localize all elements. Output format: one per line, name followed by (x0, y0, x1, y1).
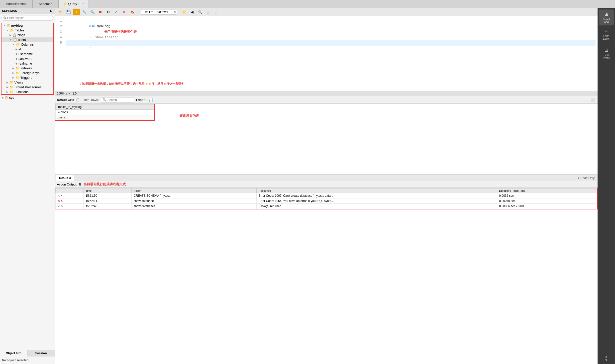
row5-response: Error Code: 1064. You have an error in y… (256, 198, 497, 204)
fn-folder-icon: 📁 (9, 90, 13, 94)
expand-blogs[interactable]: ▶ (58, 110, 60, 114)
tree-item-tables[interactable]: ▼ 📁 Tables (1, 28, 53, 33)
arrow-up-btn[interactable]: ▲ (605, 355, 608, 358)
tab-administration[interactable]: Administration (0, 0, 33, 8)
zoom-up-btn[interactable]: ▲ (65, 92, 68, 95)
columns-expand-icon: ▼ (12, 43, 15, 46)
sp-expand-icon: ▶ (6, 86, 8, 89)
right-panel: ⊞ ResultGrid ≡ FormEditor ⊡ FieldTypes ▲… (598, 8, 615, 364)
tab-query[interactable]: ⚡ Query 1 ✕ (59, 0, 89, 8)
result-cell-blogs: ▶ blogs (56, 110, 154, 115)
arrow-down-btn[interactable]: ▼ (605, 358, 608, 362)
tree-item-users[interactable]: ▼ 📋 users (1, 37, 53, 42)
tree-item-sys[interactable]: ▶ 🗄 sys (0, 95, 55, 100)
zoom-down-btn[interactable]: ▼ (68, 92, 71, 95)
tree-item-myblog[interactable]: ▼ 🗄 myblog (1, 23, 53, 28)
fk-expand-icon: ▶ (12, 72, 14, 74)
right-panel-form-editor[interactable]: ≡ FormEditor (599, 26, 614, 42)
tab-close[interactable]: ✕ (82, 2, 85, 5)
right-panel-result-grid[interactable]: ⊞ ResultGrid (599, 9, 614, 25)
result-row-users: users (56, 115, 154, 120)
export-label: Export: (136, 98, 146, 102)
col-action: Action (131, 188, 256, 193)
code-content[interactable]: use myblog; 先申明操作的是哪个表 -- show tables; 展… (64, 18, 598, 46)
ann-line5: ↓ 这是新增一条数据，id自增所以不管，选中然后⚡执行，就只执行这一条语句 (80, 82, 184, 86)
tree-item-id[interactable]: ◆ id (1, 47, 53, 52)
execute-btn[interactable]: ⚡ (73, 9, 80, 15)
field-types-icon: ⊡ (605, 47, 608, 53)
tab-session[interactable]: Session (27, 350, 55, 357)
result-expand-btn[interactable]: ⬜ (591, 97, 596, 102)
fn-expand-icon: ▶ (6, 91, 8, 93)
tree-item-functions[interactable]: ▶ 📁 Functions (1, 90, 53, 94)
cancel-btn[interactable]: ✕ (121, 9, 128, 15)
stop-btn[interactable]: ⏹ (97, 9, 104, 15)
blogs-label: blogs (17, 33, 25, 37)
action-row-4: ✕ 4 15:51:50 CREATE SCHEMA `mytest` Erro… (56, 193, 597, 198)
open-file-btn[interactable]: 📂 (57, 9, 64, 15)
tab-schemas[interactable]: Schemas (33, 0, 58, 8)
myblog-label: myblog (11, 24, 23, 27)
code-line-2 (66, 24, 596, 29)
tree-item-username[interactable]: ◆ username (1, 52, 53, 56)
expand-btn[interactable]: ⊡ (212, 9, 219, 15)
tree-item-indexes[interactable]: ▶ 📁 Indexes (1, 66, 53, 71)
tree-item-storedprocs[interactable]: ▶ 📁 Stored Procedures (1, 85, 53, 90)
error-icon-4: ✕ (58, 194, 60, 197)
id-label: id (18, 47, 21, 51)
columns-label: Columns (21, 43, 34, 46)
limit-dropdown[interactable]: Limit to 1000 rows (141, 9, 177, 15)
row5-status: ✕ 5 (56, 198, 84, 204)
tree-item-views[interactable]: ▶ 📁 Views (1, 80, 53, 85)
right-panel-field-types[interactable]: ⊡ FieldTypes (599, 45, 614, 61)
tab-object-info[interactable]: Object Info (0, 350, 27, 357)
row6-time: 15:52:48 (84, 204, 132, 209)
action-output-body: Time Action Response Duration / Fetch Ti… (55, 188, 598, 211)
row4-response: Error Code: 1007. Can't create database … (256, 193, 497, 198)
editor-annotations: 1 2 3 4 5 use myblog; 先申明操作的是哪个表 (55, 16, 598, 91)
sidebar-bottom-tabs: Object Info Session (0, 350, 55, 357)
prev-btn[interactable]: ◀ (189, 9, 196, 15)
error-icon-5: ✕ (58, 199, 60, 203)
result-grid-icon: ⊞ (605, 11, 608, 17)
row4-time: 15:51:50 (84, 193, 132, 198)
columns-btn[interactable]: ⊞ (205, 9, 211, 15)
tree-item-columns[interactable]: ▼ 📁 Columns (1, 42, 53, 47)
content-area: 📂 💾 ⚡ 🔧 🔍 ⏹ ⚙ ✓ ✕ 🔖 Limit to 1000 rows ⭐… (55, 8, 598, 364)
settings-btn[interactable]: ⚙ (105, 9, 112, 15)
col-status (56, 188, 84, 193)
action-annotation: 当前语句执行的成功或者失败 (84, 182, 126, 186)
row6-status: ✓ 6 (56, 204, 84, 209)
explain-btn[interactable]: 🔧 (81, 9, 88, 15)
form-editor-icon: ≡ (605, 28, 608, 34)
check-btn[interactable]: ✓ (113, 9, 120, 15)
bookmark-btn[interactable]: 🔖 (129, 9, 136, 15)
read-only-label: Read Only (580, 176, 595, 180)
row5-time: 15:52:11 (84, 198, 132, 204)
result-search-input[interactable] (107, 98, 132, 102)
export-btn[interactable]: 📊 (148, 97, 153, 102)
id-col-icon: ◆ (15, 48, 17, 51)
top-tab-bar: Administration Schemas ⚡ Query 1 ✕ (0, 0, 615, 8)
star-btn[interactable]: ⭐ (181, 9, 188, 15)
col-time: Time (84, 188, 132, 193)
tree-item-triggers[interactable]: ▶ 📁 Triggers (1, 75, 53, 80)
tree-item-blogs[interactable]: ▶ 📋 blogs (1, 33, 53, 37)
read-only-badge: ℹ Read Only (578, 176, 597, 180)
result-tab-3[interactable]: Result 3 (56, 175, 74, 181)
row4-status: ✕ 4 (56, 193, 84, 198)
tables-expand-icon: ▼ (6, 29, 9, 32)
fk-folder-icon: 📁 (15, 71, 19, 75)
toolbar: 📂 💾 ⚡ 🔧 🔍 ⏹ ⚙ ✓ ✕ 🔖 Limit to 1000 rows ⭐… (55, 8, 598, 16)
position-indicator: 1:5 (73, 92, 77, 95)
search2-btn[interactable]: 🔍 (197, 9, 204, 15)
refresh-icon[interactable]: ↻ (50, 9, 53, 13)
tree-item-foreignkeys[interactable]: ▶ 📁 Foreign Keys (1, 71, 53, 75)
tree-item-realname[interactable]: ◆ realname (1, 61, 53, 66)
sql-editor[interactable]: 1 2 3 4 5 use myblog; 先申明操作的是哪个表 (55, 16, 598, 48)
save-btn[interactable]: 💾 (65, 9, 72, 15)
users-expand-icon: ▼ (9, 38, 12, 41)
tree-item-password[interactable]: ◆ password (1, 56, 53, 61)
filter-input[interactable] (1, 15, 53, 21)
search-btn[interactable]: 🔍 (89, 9, 96, 15)
